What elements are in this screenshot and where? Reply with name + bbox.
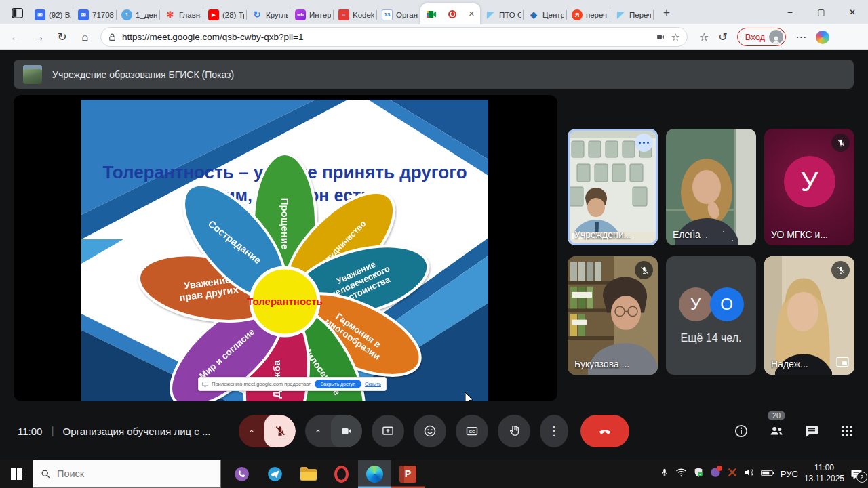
- slide-graphic: Толерантность – умение принять другого т…: [81, 100, 488, 401]
- more-options-button[interactable]: ⋮: [540, 415, 568, 447]
- profile-signin-button[interactable]: Вход: [737, 28, 786, 46]
- tab-close-icon[interactable]: ✕: [469, 9, 475, 18]
- stop-sharing-button[interactable]: Закрыть доступ: [315, 380, 361, 388]
- mic-mute-button[interactable]: [264, 415, 296, 447]
- signin-label: Вход: [745, 32, 765, 42]
- tray-wifi-icon[interactable]: [675, 468, 687, 480]
- window-minimize-button[interactable]: –: [774, 0, 806, 24]
- picture-in-picture-icon[interactable]: [836, 357, 849, 370]
- history-icon[interactable]: ↺: [718, 30, 727, 43]
- tray-battery-icon[interactable]: [761, 468, 774, 480]
- camera-options-chevron-icon[interactable]: [305, 415, 331, 447]
- forward-icon[interactable]: →: [30, 28, 48, 46]
- browser-tab-7[interactable]: ≡Kodeks: [334, 5, 377, 24]
- participant-tile-uchrezhdenie[interactable]: Учреждени...: [568, 129, 658, 245]
- favorites-bar-icon[interactable]: ☆: [699, 30, 709, 43]
- viber-app-icon[interactable]: [225, 460, 258, 488]
- mic-muted-icon: [831, 261, 850, 279]
- camera-toggle-button[interactable]: [331, 415, 362, 447]
- window-close-button[interactable]: ✕: [837, 0, 868, 24]
- browser-tab-8[interactable]: 13Орган: [377, 5, 420, 24]
- activities-grid-button[interactable]: [838, 422, 856, 440]
- pdf-icon: ≡: [338, 9, 349, 20]
- browser-tab-10[interactable]: ◤ПТО Сг: [480, 5, 524, 24]
- youtube-icon: ▶: [208, 9, 219, 20]
- browser-tab-12[interactable]: Япереч: [567, 5, 610, 24]
- browser-tab-meet-active[interactable]: ✕: [420, 3, 480, 24]
- browser-tab-3[interactable]: ✻Главна: [160, 5, 203, 24]
- tray-mic-icon[interactable]: [660, 467, 669, 481]
- browser-menu-icon[interactable]: ⋯: [795, 30, 806, 43]
- more-participants-tile[interactable]: У О Ещё 14 чел.: [666, 256, 756, 375]
- participant-tile-bukuyazova[interactable]: Букуязова ...: [568, 256, 658, 375]
- browser-tab-5[interactable]: ↻Кругль: [247, 5, 290, 24]
- participant-tile-nadezh[interactable]: Надеж...: [764, 256, 854, 375]
- hide-notice-link[interactable]: Скрыть: [365, 382, 381, 386]
- telegram-app-icon[interactable]: [258, 460, 292, 488]
- edge-app-icon[interactable]: [358, 460, 391, 488]
- present-screen-button[interactable]: [372, 415, 404, 447]
- reload-icon[interactable]: ↻: [53, 28, 71, 46]
- window-restore-button[interactable]: ▢: [806, 0, 837, 24]
- tab-label: Главна: [179, 11, 201, 19]
- raise-hand-button[interactable]: [498, 415, 530, 447]
- participant-tile-uo-mgks[interactable]: У УО МГКС и...: [764, 129, 854, 245]
- presenter-avatar: [23, 65, 42, 84]
- captions-button[interactable]: CC: [456, 415, 488, 447]
- tray-viber-icon[interactable]: [710, 467, 721, 481]
- tile-options-menu-icon[interactable]: [635, 134, 653, 152]
- tray-volume-icon[interactable]: [744, 468, 755, 480]
- reactions-button[interactable]: [414, 415, 446, 447]
- tab-label: переч: [586, 11, 608, 19]
- browser-tab-2[interactable]: 11_день: [117, 5, 160, 24]
- taskbar-apps: P: [225, 460, 425, 488]
- participant-tile-elena[interactable]: Елена: [666, 129, 756, 245]
- share-notice-text: Приложению meet.google.com предоставлен …: [212, 381, 311, 387]
- bookmark-star-icon[interactable]: ☆: [671, 31, 680, 43]
- end-call-button[interactable]: [580, 415, 629, 447]
- chat-button[interactable]: [803, 422, 821, 440]
- search-input[interactable]: [57, 468, 199, 479]
- sync-icon: ↻: [252, 9, 262, 20]
- mail-icon: ✉: [35, 9, 45, 20]
- address-bar[interactable]: https://meet.google.com/qsb-cwby-qxb?pli…: [100, 27, 688, 47]
- people-button[interactable]: [768, 422, 785, 440]
- copilot-icon[interactable]: [816, 30, 829, 44]
- file-explorer-app-icon[interactable]: [292, 460, 325, 488]
- mic-muted-icon: [831, 134, 850, 152]
- profile-avatar-icon: [769, 30, 783, 44]
- browser-tab-6[interactable]: wbИнтер: [290, 5, 334, 24]
- back-icon[interactable]: ←: [7, 28, 25, 46]
- tab-actions-menu-icon[interactable]: [7, 3, 27, 23]
- tray-disconnected-icon[interactable]: [727, 467, 738, 481]
- taskbar-search[interactable]: [33, 460, 221, 488]
- tray-security-shield-icon[interactable]: [693, 467, 704, 481]
- petal-label: Прощение: [279, 198, 291, 250]
- mic-options-chevron-icon[interactable]: [239, 415, 264, 447]
- tab-label: 1_день: [136, 11, 157, 19]
- tray-time: 11:00: [804, 463, 844, 474]
- new-tab-button[interactable]: +: [658, 4, 675, 22]
- tab-label: Кругль: [266, 11, 288, 19]
- opera-app-icon[interactable]: [325, 460, 358, 488]
- home-icon[interactable]: ⌂: [76, 28, 94, 46]
- meeting-details-button[interactable]: [732, 422, 750, 440]
- clock[interactable]: 11:00 13.11.2025: [804, 463, 844, 484]
- browser-tab-13[interactable]: ◤Переч: [610, 5, 654, 24]
- screen-capture-indicator-icon[interactable]: [655, 33, 666, 41]
- tab-label: Kodeks: [353, 11, 374, 19]
- meeting-title: Организация обучения лиц с ...: [63, 426, 211, 437]
- browser-tab-4[interactable]: ▶(28) Тр: [203, 5, 247, 24]
- browser-toolbar: ← → ↻ ⌂ https://meet.google.com/qsb-cwby…: [0, 24, 868, 50]
- system-tray: РУС 11:00 13.11.2025 2: [660, 463, 868, 484]
- browser-tab-1[interactable]: ✉71708: [73, 5, 117, 24]
- browser-tab-11[interactable]: ◆Центр: [524, 5, 567, 24]
- language-indicator[interactable]: РУС: [781, 469, 798, 479]
- meet-control-bar: 11:00 | Организация обучения лиц с ...: [0, 407, 868, 455]
- browser-tab-0[interactable]: ✉(92) Вх: [30, 5, 73, 24]
- participant-grid: Учреждени... Елена У УО МГКС и..: [568, 129, 854, 375]
- notification-center-icon[interactable]: 2: [850, 468, 863, 480]
- start-button[interactable]: [0, 460, 33, 488]
- powerpoint-app-icon[interactable]: P: [391, 460, 425, 488]
- url-text[interactable]: https://meet.google.com/qsb-cwby-qxb?pli…: [122, 32, 650, 42]
